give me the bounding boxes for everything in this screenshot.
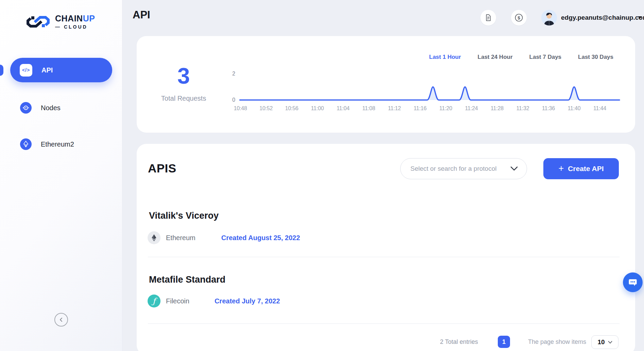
protocol-name: Ethereum (166, 234, 196, 242)
time-range-tabs: Last 1 Hour Last 24 Hour Last 7 Days Las… (429, 54, 613, 61)
page-size-value: 10 (597, 338, 605, 346)
active-nav-indicator (0, 65, 3, 76)
page-number-button[interactable]: 1 (498, 336, 510, 348)
api-row: ƒ Filecoin Created July 7, 2022 (148, 295, 280, 307)
tab-last-1-hour[interactable]: Last 1 Hour (429, 54, 461, 61)
apis-card: APIS Select or search for a protocol + C… (137, 144, 635, 351)
api-row: Ethereum Created August 25, 2022 (148, 231, 300, 244)
page-size-label: The page show items (528, 338, 586, 346)
protocol-name: Filecoin (166, 297, 189, 305)
nodes-icon (20, 102, 32, 114)
tab-last-30-days[interactable]: Last 30 Days (578, 54, 613, 61)
x-axis-tick: 11:24 (461, 105, 482, 112)
tab-last-7-days[interactable]: Last 7 Days (529, 54, 562, 61)
brand-name-primary: CHAIN (55, 14, 83, 23)
requests-line-chart (239, 78, 620, 104)
chart-x-axis: 10:4810:5210:5611:0011:0411:0811:1211:16… (239, 105, 624, 113)
x-axis-tick: 10:52 (256, 105, 276, 112)
page-title: API (133, 9, 150, 21)
account-email[interactable]: edgy.peanuts@chainup.com (561, 14, 644, 21)
y-axis-tick: 0 (218, 97, 235, 103)
docs-button[interactable] (480, 10, 496, 26)
sidebar-collapse-button[interactable] (54, 313, 68, 327)
x-axis-tick: 11:44 (590, 105, 610, 112)
billing-button[interactable]: $ (511, 10, 527, 26)
api-name: Vitalik's Viceroy (149, 211, 219, 221)
chat-bubble-icon (627, 277, 638, 288)
document-icon (484, 14, 492, 22)
brand-wordmark: CHAINUP — CLOUD (55, 14, 95, 29)
apis-section-title: APIS (148, 162, 176, 175)
protocol-select[interactable]: Select or search for a protocol (400, 158, 527, 179)
x-axis-tick: 11:04 (333, 105, 353, 112)
row-divider (148, 323, 620, 324)
x-axis-tick: 11:20 (436, 105, 456, 112)
code-icon: </> (20, 64, 32, 77)
sidebar-item-nodes[interactable]: Nodes (10, 97, 112, 119)
y-axis-tick: 2 (218, 71, 235, 77)
x-axis-tick: 10:48 (230, 105, 251, 112)
row-divider (148, 257, 620, 257)
x-axis-tick: 11:00 (307, 105, 328, 112)
protocol-select-placeholder: Select or search for a protocol (410, 165, 510, 172)
x-axis-tick: 10:56 (282, 105, 302, 112)
chevron-left-icon (58, 317, 64, 323)
filecoin-protocol-icon: ƒ (148, 295, 160, 307)
plus-icon: + (558, 163, 564, 174)
chainup-logo-icon (25, 14, 51, 29)
sidebar: CHAINUP — CLOUD </> API Nodes (0, 0, 122, 351)
x-axis-tick: 11:40 (564, 105, 584, 112)
person-avatar-icon (541, 10, 557, 26)
x-axis-tick: 11:28 (487, 105, 507, 112)
create-api-button[interactable]: + Create API (543, 158, 619, 179)
avatar[interactable] (541, 10, 557, 26)
ethereum-icon (20, 138, 32, 150)
created-date-link[interactable]: Created August 25, 2022 (221, 234, 300, 242)
sidebar-item-label: Ethereum2 (41, 140, 74, 148)
ethereum-protocol-icon (148, 231, 160, 244)
total-entries-label: 2 Total entries (440, 338, 478, 346)
app-root: CHAINUP — CLOUD </> API Nodes (0, 0, 644, 351)
requests-card: Last 1 Hour Last 24 Hour Last 7 Days Las… (137, 36, 635, 133)
api-name: Metafile Standard (149, 274, 225, 285)
x-axis-tick: 11:12 (384, 105, 405, 112)
svg-text:$: $ (518, 15, 520, 20)
dollar-icon: $ (514, 13, 523, 22)
x-axis-tick: 11:32 (513, 105, 533, 112)
brand-logo: CHAINUP — CLOUD (25, 14, 95, 29)
sidebar-item-label: Nodes (41, 104, 61, 112)
x-axis-tick: 11:08 (359, 105, 379, 112)
sidebar-item-api[interactable]: </> API (10, 58, 112, 82)
tab-last-24-hour[interactable]: Last 24 Hour (478, 54, 513, 61)
brand-name-accent: UP (83, 14, 95, 23)
x-axis-tick: 11:16 (410, 105, 430, 112)
total-requests-value: 3 (149, 65, 218, 87)
support-chat-button[interactable] (623, 272, 643, 292)
brand-subtitle: — CLOUD (55, 24, 95, 29)
chevron-down-icon (510, 166, 518, 171)
chevron-down-icon (608, 341, 612, 344)
total-requests-label: Total Requests (149, 95, 218, 102)
page-size-select[interactable]: 10 (591, 335, 618, 349)
created-date-link[interactable]: Created July 7, 2022 (215, 297, 280, 305)
sidebar-item-label: API (41, 66, 53, 74)
x-axis-tick: 11:36 (538, 105, 559, 112)
total-requests-stat: 3 Total Requests (149, 65, 218, 102)
account-menu-caret-icon[interactable] (638, 16, 642, 19)
sidebar-item-ethereum2[interactable]: Ethereum2 (10, 133, 112, 155)
